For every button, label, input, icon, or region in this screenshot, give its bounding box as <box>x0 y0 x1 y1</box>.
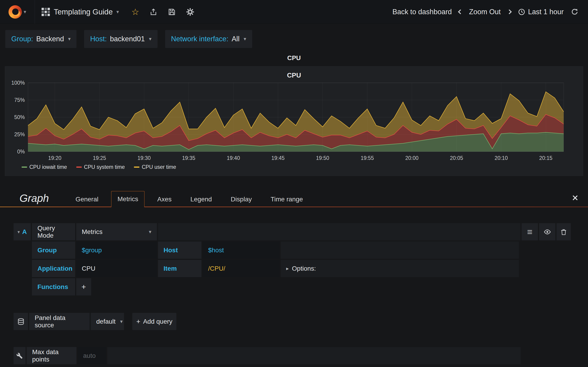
application-field-value: CPU <box>82 265 95 272</box>
svg-text:19:30: 19:30 <box>137 155 151 161</box>
host-field[interactable]: $host <box>203 242 279 259</box>
refresh-icon <box>571 8 578 16</box>
save-icon <box>168 8 176 16</box>
variable-value: All <box>232 35 239 43</box>
datasource-row: Panel data source default ▾ + Add query <box>14 313 588 330</box>
legend-item[interactable]: CPU iowait time <box>22 164 67 170</box>
chevron-down-icon: ▾ <box>116 9 119 15</box>
datasource-value: default <box>96 318 115 325</box>
chevron-down-icon: ▾ <box>17 229 20 235</box>
dashboard-picker[interactable]: Templating Guide ▾ <box>35 0 125 24</box>
close-editor-button[interactable] <box>572 195 578 202</box>
time-shift-forward-button[interactable] <box>507 9 512 14</box>
query-mode-select[interactable]: Metrics ▾ <box>76 223 157 240</box>
svg-text:25%: 25% <box>14 131 25 137</box>
query-delete-button[interactable] <box>556 223 571 240</box>
query-visibility-button[interactable] <box>539 223 555 240</box>
item-field-label: Item <box>158 260 201 277</box>
plus-icon: + <box>82 282 86 291</box>
group-field[interactable]: $group <box>76 242 157 259</box>
chevron-down-icon: ▾ <box>120 319 123 325</box>
template-variables-row: Group: Backend ▾ Host: backend01 ▾ Netwo… <box>0 24 588 48</box>
variable-value: backend01 <box>110 35 145 43</box>
svg-text:50%: 50% <box>14 114 25 120</box>
eye-icon <box>544 228 551 236</box>
dashboard-grid-icon <box>41 8 50 16</box>
svg-text:20:05: 20:05 <box>450 155 463 161</box>
database-icon <box>17 318 25 325</box>
query-menu-button[interactable]: ≡ <box>522 223 538 240</box>
legend-item[interactable]: CPU system time <box>76 164 125 170</box>
host-field-value: $host <box>208 247 224 254</box>
legend-label: CPU iowait time <box>29 164 67 170</box>
item-field[interactable]: /CPU/ <box>203 260 279 277</box>
wrench-icon-cell <box>14 347 26 364</box>
svg-text:20:10: 20:10 <box>494 155 508 161</box>
chevron-down-icon: ▾ <box>149 229 151 235</box>
item-field-value: /CPU/ <box>208 265 225 272</box>
variable-network-interface[interactable]: Network interface: All ▾ <box>165 30 252 48</box>
chart-title: CPU <box>5 67 583 79</box>
svg-text:19:20: 19:20 <box>48 155 61 161</box>
query-row-header: ▾ A Query Mode Metrics ▾ ≡ <box>14 223 588 240</box>
save-button[interactable] <box>168 8 176 16</box>
hamburger-icon: ≡ <box>527 227 532 236</box>
variable-label: Host: <box>90 35 107 43</box>
time-range-picker[interactable]: Last 1 hour <box>518 8 564 16</box>
query-mode-value: Metrics <box>82 228 103 236</box>
grafana-logo-icon <box>9 5 22 19</box>
application-field[interactable]: CPU <box>76 260 157 277</box>
svg-text:19:35: 19:35 <box>182 155 195 161</box>
svg-text:0%: 0% <box>17 149 25 155</box>
query-row-application-item: Application CPU Item /CPU/ ▸ Options: <box>14 260 588 277</box>
query-row-spacer <box>281 242 519 259</box>
tab-general[interactable]: General <box>69 192 104 207</box>
variable-host[interactable]: Host: backend01 ▾ <box>84 30 157 48</box>
trash-icon <box>560 228 567 236</box>
add-query-button[interactable]: + Add query <box>132 313 176 330</box>
svg-text:20:15: 20:15 <box>539 155 552 161</box>
settings-button[interactable] <box>186 8 194 16</box>
back-to-dashboard-button[interactable]: Back to dashboard <box>393 8 452 16</box>
panel-title[interactable]: CPU <box>0 54 588 62</box>
datasource-select[interactable]: default ▾ <box>91 313 124 330</box>
tab-axes[interactable]: Axes <box>151 192 178 207</box>
star-icon: ☆ <box>131 8 139 16</box>
options-toggle[interactable]: ▸ Options: <box>281 260 519 277</box>
max-data-points-field[interactable] <box>78 347 106 364</box>
query-row-spacer <box>158 223 520 240</box>
legend-item[interactable]: CPU user time <box>134 164 176 170</box>
query-collapse-toggle[interactable]: ▾ A <box>14 223 31 240</box>
zoom-out-button[interactable]: Zoom Out <box>469 8 501 16</box>
navbar-actions: ☆ <box>131 8 194 16</box>
query-ref-letter: A <box>22 228 27 236</box>
application-field-label: Application <box>32 260 75 277</box>
variable-label: Network interface: <box>171 35 229 43</box>
chevron-down-icon: ▾ <box>24 9 26 15</box>
cpu-graph[interactable]: 0%25%50%75%100%19:2019:2519:3019:3519:40… <box>5 81 582 164</box>
clock-icon <box>518 8 525 16</box>
chevron-down-icon: ▾ <box>244 36 246 42</box>
add-function-button[interactable]: + <box>76 278 91 295</box>
max-data-points-input[interactable] <box>83 352 101 359</box>
host-field-label: Host <box>158 242 201 259</box>
variable-group[interactable]: Group: Backend ▾ <box>5 30 77 48</box>
tab-legend[interactable]: Legend <box>184 192 218 207</box>
chevron-down-icon: ▾ <box>149 36 152 42</box>
svg-text:19:40: 19:40 <box>227 155 240 161</box>
refresh-button[interactable] <box>571 8 578 16</box>
query-editor: ▾ A Query Mode Metrics ▾ ≡ Group $group <box>0 223 588 364</box>
variable-label: Group: <box>11 35 33 43</box>
variable-value: Backend <box>36 35 64 43</box>
svg-text:19:55: 19:55 <box>361 155 374 161</box>
graph-legend: CPU iowait time CPU system time CPU user… <box>5 164 583 176</box>
time-shift-back-button[interactable] <box>458 9 463 14</box>
tab-time-range[interactable]: Time range <box>265 192 309 207</box>
tab-metrics[interactable]: Metrics <box>111 191 144 207</box>
star-button[interactable]: ☆ <box>131 8 139 16</box>
svg-text:19:25: 19:25 <box>93 155 106 161</box>
share-button[interactable] <box>149 8 157 16</box>
query-mode-label: Query Mode <box>32 223 75 240</box>
tab-display[interactable]: Display <box>225 192 258 207</box>
grafana-logo-button[interactable]: ▾ <box>0 0 35 24</box>
